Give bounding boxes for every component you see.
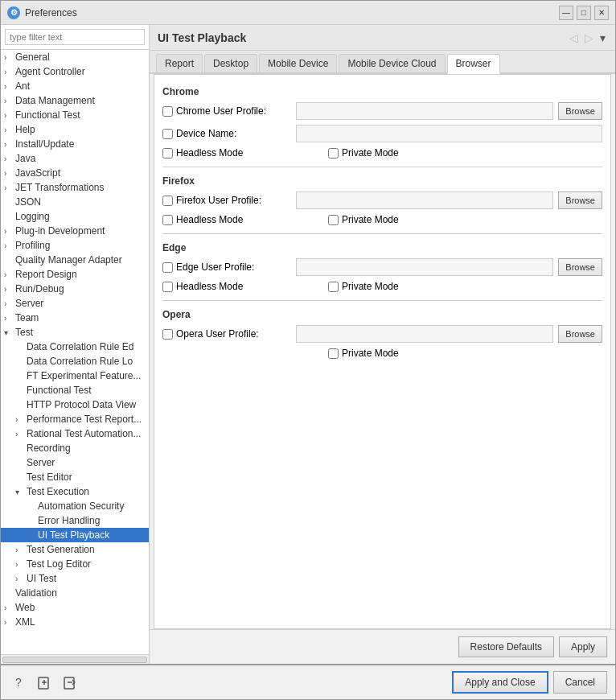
- tab-mobile-device-cloud[interactable]: Mobile Device Cloud: [339, 54, 445, 72]
- expand-arrow-icon[interactable]: ›: [4, 53, 14, 62]
- expand-arrow-icon[interactable]: ›: [4, 111, 14, 120]
- sidebar-item-javascript[interactable]: ›JavaScript: [1, 166, 149, 180]
- device-name-checkbox-chrome[interactable]: [162, 129, 173, 139]
- apply-button[interactable]: Apply: [559, 636, 607, 657]
- headless-mode-checkbox-firefox[interactable]: [162, 215, 173, 225]
- collapse-arrow-icon[interactable]: ▾: [15, 488, 25, 496]
- expand-arrow-icon[interactable]: ›: [4, 299, 14, 308]
- expand-arrow-icon[interactable]: ›: [15, 574, 25, 583]
- dropdown-nav-icon[interactable]: ▾: [598, 30, 607, 46]
- expand-arrow-icon[interactable]: ›: [4, 285, 14, 294]
- filter-input[interactable]: [5, 29, 145, 45]
- sidebar-item-install-update[interactable]: ›Install/Update: [1, 137, 149, 151]
- expand-arrow-icon[interactable]: ›: [4, 140, 14, 149]
- expand-arrow-icon[interactable]: ›: [4, 314, 14, 323]
- sidebar-item-automation-security[interactable]: Automation Security: [1, 499, 149, 513]
- sidebar-item-test-generation[interactable]: ›Test Generation: [1, 542, 149, 557]
- sidebar-item-test-editor[interactable]: Test Editor: [1, 470, 149, 484]
- private-mode-checkbox-opera[interactable]: [328, 348, 339, 359]
- expand-arrow-icon[interactable]: ›: [4, 169, 14, 178]
- browse-button-opera[interactable]: Browse: [558, 325, 602, 343]
- sidebar-item-quality-manager-adapter[interactable]: Quality Manager Adapter: [1, 253, 149, 267]
- expand-arrow-icon[interactable]: ›: [4, 126, 14, 134]
- minimize-button[interactable]: —: [559, 6, 573, 20]
- expand-arrow-icon[interactable]: ›: [4, 68, 14, 76]
- sidebar-item-server[interactable]: ›Server: [1, 296, 149, 311]
- user-profile-input-opera[interactable]: [296, 325, 553, 343]
- user-profile-checkbox-edge[interactable]: [162, 262, 173, 273]
- sidebar-item-data-correlation-rule-ed[interactable]: Data Correlation Rule Ed: [1, 340, 149, 354]
- sidebar-item-ft-experimental-features[interactable]: FT Experimental Feature...: [1, 369, 149, 383]
- sidebar-item-performance-test-report[interactable]: ›Performance Test Report...: [1, 412, 149, 426]
- browse-button-chrome[interactable]: Browse: [558, 102, 602, 120]
- user-profile-input-chrome[interactable]: [296, 102, 553, 120]
- sidebar-item-http-protocol-data-view[interactable]: HTTP Protocol Data View: [1, 397, 149, 412]
- browse-button-firefox[interactable]: Browse: [558, 191, 602, 209]
- expand-arrow-icon[interactable]: ›: [4, 241, 14, 250]
- sidebar-item-profiling[interactable]: ›Profiling: [1, 238, 149, 253]
- expand-arrow-icon[interactable]: ›: [4, 154, 14, 163]
- sidebar-item-validation[interactable]: Validation: [1, 586, 149, 600]
- sidebar-item-team[interactable]: ›Team: [1, 311, 149, 325]
- sidebar-item-test-log-editor[interactable]: ›Test Log Editor: [1, 557, 149, 571]
- close-button[interactable]: ✕: [594, 6, 609, 20]
- sidebar-item-recording[interactable]: Recording: [1, 441, 149, 455]
- sidebar-item-general[interactable]: ›General: [1, 50, 149, 64]
- tab-report[interactable]: Report: [156, 54, 203, 72]
- sidebar-item-ant[interactable]: ›Ant: [1, 79, 149, 93]
- private-mode-checkbox-chrome[interactable]: [328, 148, 339, 159]
- sidebar-item-test-execution[interactable]: ▾Test Execution: [1, 484, 149, 499]
- collapse-arrow-icon[interactable]: ▾: [4, 328, 14, 337]
- headless-mode-checkbox-edge[interactable]: [162, 282, 173, 292]
- user-profile-checkbox-chrome[interactable]: [162, 106, 173, 117]
- back-icon[interactable]: ◁: [568, 30, 580, 46]
- apply-and-close-button[interactable]: Apply and Close: [452, 671, 548, 694]
- sidebar-item-java[interactable]: ›Java: [1, 151, 149, 166]
- sidebar-item-data-management[interactable]: ›Data Management: [1, 93, 149, 108]
- forward-icon[interactable]: ▷: [583, 30, 595, 46]
- export-icon[interactable]: [60, 673, 80, 692]
- user-profile-checkbox-opera[interactable]: [162, 329, 173, 340]
- expand-arrow-icon[interactable]: ›: [4, 183, 14, 192]
- private-mode-checkbox-edge[interactable]: [328, 282, 339, 292]
- tab-browser[interactable]: Browser: [447, 54, 500, 74]
- sidebar-item-report-design[interactable]: ›Report Design: [1, 267, 149, 282]
- device-name-input-chrome[interactable]: [296, 125, 602, 142]
- sidebar-item-help[interactable]: ›Help: [1, 122, 149, 137]
- headless-mode-checkbox-chrome[interactable]: [162, 148, 173, 159]
- maximize-button[interactable]: □: [577, 6, 591, 20]
- sidebar-item-server-child[interactable]: Server: [1, 455, 149, 470]
- tab-desktop[interactable]: Desktop: [204, 54, 257, 72]
- horizontal-scrollbar[interactable]: [2, 657, 147, 663]
- sidebar-item-functional-test-child[interactable]: Functional Test: [1, 383, 149, 397]
- expand-arrow-icon[interactable]: ›: [15, 415, 25, 424]
- import-icon[interactable]: [35, 673, 54, 692]
- expand-arrow-icon[interactable]: ›: [15, 560, 25, 569]
- sidebar-scrollbar[interactable]: [1, 654, 149, 664]
- sidebar-item-test[interactable]: ▾Test: [1, 325, 149, 340]
- expand-arrow-icon[interactable]: ›: [4, 603, 14, 612]
- expand-arrow-icon[interactable]: ›: [4, 618, 14, 627]
- sidebar-item-agent-controller[interactable]: ›Agent Controller: [1, 64, 149, 79]
- tab-mobile-device[interactable]: Mobile Device: [259, 54, 337, 72]
- sidebar-item-run-debug[interactable]: ›Run/Debug: [1, 282, 149, 296]
- sidebar-item-logging[interactable]: Logging: [1, 209, 149, 224]
- expand-arrow-icon[interactable]: ›: [15, 430, 25, 439]
- private-mode-checkbox-firefox[interactable]: [328, 215, 339, 225]
- user-profile-checkbox-firefox[interactable]: [162, 196, 173, 206]
- sidebar-item-xml[interactable]: ›XML: [1, 615, 149, 629]
- user-profile-input-edge[interactable]: [296, 258, 553, 276]
- expand-arrow-icon[interactable]: ›: [4, 97, 14, 105]
- user-profile-input-firefox[interactable]: [296, 191, 553, 209]
- expand-arrow-icon[interactable]: ›: [15, 546, 25, 554]
- sidebar-item-ui-test-playback[interactable]: UI Test Playback: [1, 528, 149, 542]
- sidebar-item-ui-test[interactable]: ›UI Test: [1, 571, 149, 586]
- restore-defaults-button[interactable]: Restore Defaults: [458, 636, 554, 657]
- cancel-button[interactable]: Cancel: [553, 671, 607, 694]
- sidebar-item-error-handling[interactable]: Error Handling: [1, 513, 149, 528]
- sidebar-item-data-correlation-rule-lo[interactable]: Data Correlation Rule Lo: [1, 354, 149, 369]
- browse-button-edge[interactable]: Browse: [558, 258, 602, 276]
- sidebar-item-functional-test[interactable]: ›Functional Test: [1, 108, 149, 122]
- expand-arrow-icon[interactable]: ›: [4, 270, 14, 279]
- expand-arrow-icon[interactable]: ›: [4, 227, 14, 236]
